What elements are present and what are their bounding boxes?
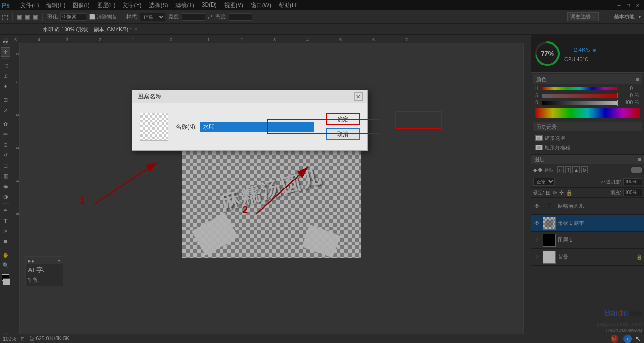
history-panel-menu[interactable]: ≡ xyxy=(636,124,639,130)
layer-eye-text[interactable]: 👁 xyxy=(533,203,541,210)
height-input[interactable] xyxy=(229,13,252,21)
clone-stamp-tool[interactable]: ⊙ xyxy=(1,140,10,149)
eraser-tool[interactable]: ◻ xyxy=(1,161,10,170)
layer-item-bg[interactable]: 👁 背景 🔒 xyxy=(531,249,644,266)
lock-all-icon[interactable]: 🔒 xyxy=(566,189,573,196)
active-tab[interactable]: 水印 @ 100% (形状 1 副本, CMYK/8) * × xyxy=(38,24,142,34)
tool-separator-5 xyxy=(2,248,9,248)
crop-tool[interactable]: ⊡ xyxy=(1,95,10,105)
layer-eye-1[interactable]: 👁 xyxy=(533,237,541,244)
vertical-scrollbar[interactable] xyxy=(523,43,531,335)
saturation-row: S 0 % xyxy=(535,93,640,98)
dialog-close-button[interactable]: ✕ xyxy=(354,92,363,101)
width-input[interactable] xyxy=(182,13,205,21)
taskbar-icons: 🍎 e ↖ xyxy=(609,334,641,343)
filter-smart-icon[interactable]: fx xyxy=(581,166,588,173)
menu-window[interactable]: 窗口(W) xyxy=(249,0,273,10)
color-panel-menu[interactable]: ≡ xyxy=(636,76,639,82)
filter-switch[interactable] xyxy=(631,167,642,173)
close-button[interactable]: ✕ xyxy=(634,1,642,9)
taskbar-icon-2[interactable]: e xyxy=(622,334,633,343)
right-panels: 77% ↑ ↑ 2.4K/s ● CPU 40°C 颜色 ≡ H xyxy=(531,35,644,343)
blur-tool[interactable]: ◉ xyxy=(1,181,10,191)
antialiasing-checkbox[interactable] xyxy=(89,14,95,20)
menu-view[interactable]: 视图(V) xyxy=(223,0,245,10)
shape-tool[interactable]: ■ xyxy=(1,237,10,246)
history-item-2[interactable]: ▣ 矩形分框程 xyxy=(533,143,642,152)
menu-edit[interactable]: 编辑(E) xyxy=(44,0,67,10)
spot-heal-tool[interactable]: ✿ xyxy=(1,119,10,129)
lock-edit-icon[interactable]: ✏ xyxy=(553,189,557,196)
tab-label: 水印 @ 100% (形状 1 副本, CMYK/8) * xyxy=(43,26,132,33)
blend-mode-select[interactable]: 正常 xyxy=(533,178,555,186)
style-select[interactable]: 正常 xyxy=(140,13,165,21)
path-selection-tool[interactable]: ⊳ xyxy=(1,226,10,236)
eyedropper-tool[interactable]: ⊿ xyxy=(1,106,10,115)
layer-name-shape: 形状 1 副本 xyxy=(558,220,642,227)
dialog-preview xyxy=(140,113,168,141)
menu-text[interactable]: 文字(Y) xyxy=(121,0,143,10)
dialog-title-bar: 图案名称 ✕ xyxy=(132,90,367,103)
pattern-name-dialog[interactable]: 图案名称 ✕ 名称(N): 确定 取消 xyxy=(132,90,368,151)
dialog-cancel-button[interactable]: 取消 xyxy=(326,128,360,140)
maximize-button[interactable]: □ xyxy=(624,1,633,9)
marquee-tool[interactable]: ⬚ xyxy=(1,61,10,70)
svg-text:7: 7 xyxy=(405,37,408,42)
layer-eye-bg[interactable]: 👁 xyxy=(533,253,541,261)
history-panel-header[interactable]: 历史记录 ≡ xyxy=(533,122,642,131)
move-tool[interactable]: ✛ xyxy=(1,47,10,57)
zoom-tool[interactable]: 🔍 xyxy=(1,261,10,270)
type-tool[interactable]: T xyxy=(1,216,10,225)
magic-wand-tool[interactable]: ✦ xyxy=(1,82,10,91)
adjust-edges-button[interactable]: 调整边缘... xyxy=(567,12,599,21)
brush-tool[interactable]: ✏ xyxy=(1,130,10,139)
gradient-tool[interactable]: ▥ xyxy=(1,171,10,180)
brightness-track[interactable] xyxy=(542,101,618,105)
minimize-button[interactable]: ─ xyxy=(615,1,623,9)
history-brush-tool[interactable]: ↺ xyxy=(1,150,10,160)
lasso-tool[interactable]: 𝓛 xyxy=(1,71,10,81)
pen-tool[interactable]: ✒ xyxy=(1,205,10,215)
menu-select[interactable]: 选择(S) xyxy=(147,0,170,10)
color-spectrum-bar[interactable] xyxy=(535,108,640,118)
toolbar-expand-top[interactable]: ▶▶ xyxy=(4,38,8,45)
menu-file[interactable]: 文件(F) xyxy=(18,0,41,10)
hue-track[interactable] xyxy=(542,87,618,90)
svg-text:3: 3 xyxy=(273,37,276,42)
saturation-track[interactable] xyxy=(542,94,618,98)
menu-3d[interactable]: 3D(D) xyxy=(200,0,219,10)
hand-tool[interactable]: ✋ xyxy=(1,250,10,260)
menu-image[interactable]: 图像(I) xyxy=(71,0,91,10)
tab-close-button[interactable]: × xyxy=(134,27,137,32)
dodge-tool[interactable]: ◑ xyxy=(1,192,10,201)
dialog-ok-button[interactable]: 确定 xyxy=(326,113,360,125)
feather-input[interactable] xyxy=(60,13,86,21)
layer-item-shape[interactable]: 👁 形状 1 副本 xyxy=(531,215,644,232)
layers-panel-menu[interactable]: ≡ xyxy=(638,156,641,162)
opacity-input[interactable] xyxy=(623,178,642,185)
lock-pixel-icon[interactable]: ⊞ xyxy=(546,189,551,196)
filter-shape-icon[interactable]: ▲ xyxy=(572,166,580,173)
filter-pixel-icon[interactable]: ◻ xyxy=(557,166,564,173)
history-item-1[interactable]: ▣ 矩形选框 xyxy=(533,133,642,143)
hue-label: H xyxy=(535,86,540,91)
layer-eye-shape[interactable]: 👁 xyxy=(533,220,541,227)
layer-item-text[interactable]: 👁 T 麻糯汤圆儿 xyxy=(531,198,644,215)
blend-opacity-row: 正常 不透明度: xyxy=(531,176,644,188)
menu-help[interactable]: 帮助(H) xyxy=(277,0,300,10)
cpu-up-arrow: ↑ xyxy=(564,46,568,54)
main-area: ▶▶ ✛ ⬚ 𝓛 ✦ ⊡ ⊿ ✿ ✏ ⊙ ↺ ◻ ▥ ◉ ◑ ✒ T ⊳ ■ ✋… xyxy=(0,35,644,343)
menu-layer[interactable]: 图层(L) xyxy=(95,0,117,10)
fill-input[interactable] xyxy=(623,189,642,196)
layer-item-1[interactable]: 👁 图层 1 xyxy=(531,232,644,249)
filter-type-icon[interactable]: T xyxy=(565,166,571,173)
lock-move-icon[interactable]: ✛ xyxy=(559,189,564,196)
character-panel-header[interactable]: ▶▶ ✕ xyxy=(26,257,63,264)
character-panel-close[interactable]: ✕ xyxy=(57,258,61,263)
background-color[interactable] xyxy=(3,278,10,285)
menu-filter[interactable]: 滤镜(T) xyxy=(173,0,196,10)
height-option: 高度: xyxy=(215,13,252,21)
name-field-input[interactable] xyxy=(200,122,314,132)
color-panel-header[interactable]: 颜色 ≡ xyxy=(533,74,642,84)
taskbar-icon-1[interactable]: 🍎 xyxy=(609,334,619,343)
